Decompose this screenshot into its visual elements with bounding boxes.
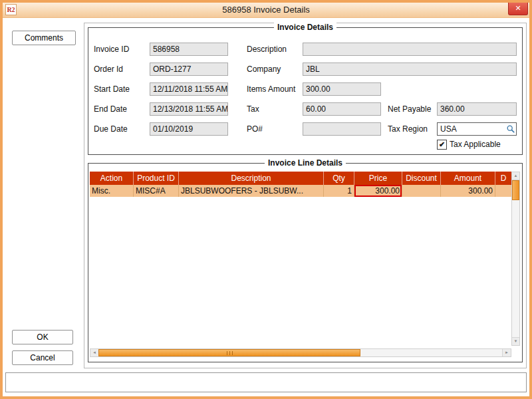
cell-extra <box>495 185 511 197</box>
ok-button[interactable]: OK <box>12 330 73 344</box>
invoice-details-title: Invoice Details <box>274 23 336 32</box>
due-date-label: Due Date <box>94 122 128 136</box>
dialog-window: R2 586958 Invoice Details ✕ Comments OK … <box>0 0 532 399</box>
cell-product-id: MISC#A <box>134 185 179 197</box>
status-bar <box>5 372 527 392</box>
cell-description: JBLSUBWOOFERS - JBLSUBW... <box>179 185 324 197</box>
cell-qty: 1 <box>324 185 354 197</box>
search-icon[interactable] <box>506 124 515 134</box>
tax-region-label: Tax Region <box>388 122 428 136</box>
close-icon: ✕ <box>515 4 521 12</box>
cell-amount: 300.00 <box>441 185 495 197</box>
cell-discount <box>402 185 441 197</box>
titlebar: R2 586958 Invoice Details ✕ <box>3 3 529 18</box>
cancel-button[interactable]: Cancel <box>12 350 73 365</box>
po-label: PO# <box>247 122 263 136</box>
table-row[interactable]: Misc. MISC#A JBLSUBWOOFERS - JBLSUBW... … <box>90 185 511 197</box>
column-header-partial[interactable]: D <box>495 172 511 185</box>
column-header-price[interactable]: Price <box>354 172 402 185</box>
column-header-amount[interactable]: Amount <box>441 172 495 185</box>
tax-applicable-label: Tax Applicable <box>450 138 501 151</box>
po-field[interactable] <box>303 122 381 136</box>
cell-price[interactable]: 300.00 <box>354 185 402 197</box>
net-payable-field[interactable]: 360.00 <box>437 102 517 116</box>
column-header-description[interactable]: Description <box>179 172 324 185</box>
description-field[interactable] <box>303 43 517 56</box>
invoice-line-details-title: Invoice Line Details <box>265 158 346 168</box>
vertical-scrollbar[interactable]: ▲ ▼ <box>511 172 520 346</box>
end-date-field[interactable]: 12/13/2018 11:55 AM <box>150 102 228 116</box>
close-button[interactable]: ✕ <box>508 3 528 15</box>
scroll-down-icon[interactable]: ▼ <box>512 337 519 345</box>
start-date-field[interactable]: 12/11/2018 11:55 AM <box>150 82 228 96</box>
table-header-row: Action Product ID Description Qty Price … <box>90 172 511 185</box>
main-panel: Invoice Details Invoice ID 586958 Order … <box>84 23 527 368</box>
start-date-label: Start Date <box>94 82 130 96</box>
invoice-id-field[interactable]: 586958 <box>150 43 228 56</box>
vertical-scroll-thumb[interactable] <box>512 180 519 200</box>
scroll-up-icon[interactable]: ▲ <box>512 172 519 180</box>
items-amount-label: Items Amount <box>247 82 295 96</box>
scroll-grip-icon <box>227 351 233 355</box>
invoice-details-group: Invoice Details Invoice ID 586958 Order … <box>88 27 523 155</box>
tax-region-field[interactable]: USA <box>437 122 517 136</box>
column-header-qty[interactable]: Qty <box>324 172 354 185</box>
column-header-discount[interactable]: Discount <box>402 172 441 185</box>
description-label: Description <box>247 43 287 56</box>
line-items-table: Action Product ID Description Qty Price … <box>90 172 511 197</box>
company-field[interactable]: JBL <box>303 63 517 76</box>
tax-region-value: USA <box>440 124 457 134</box>
invoice-id-label: Invoice ID <box>94 43 129 56</box>
invoice-line-details-group: Invoice Line Details Action Product ID D… <box>88 163 523 362</box>
items-amount-field[interactable]: 300.00 <box>303 82 381 96</box>
company-label: Company <box>247 63 281 76</box>
scroll-right-icon[interactable]: ► <box>502 349 511 356</box>
order-id-label: Order Id <box>94 63 123 76</box>
column-header-action[interactable]: Action <box>90 172 134 185</box>
tax-applicable-checkbox[interactable]: ✔ <box>437 140 447 150</box>
net-payable-label: Net Payable <box>388 102 431 116</box>
due-date-field[interactable]: 01/10/2019 <box>150 122 228 136</box>
end-date-label: End Date <box>94 102 127 116</box>
tax-label: Tax <box>247 102 259 116</box>
column-header-product-id[interactable]: Product ID <box>134 172 179 185</box>
comments-button[interactable]: Comments <box>12 31 76 45</box>
check-icon: ✔ <box>438 140 446 148</box>
horizontal-scrollbar[interactable]: ◄ ► <box>90 348 511 357</box>
window-title: 586958 Invoice Details <box>3 5 529 15</box>
order-id-field[interactable]: ORD-1277 <box>150 63 228 76</box>
cell-action: Misc. <box>90 185 134 197</box>
tax-field[interactable]: 60.00 <box>303 102 381 116</box>
horizontal-scroll-thumb[interactable] <box>98 349 360 356</box>
